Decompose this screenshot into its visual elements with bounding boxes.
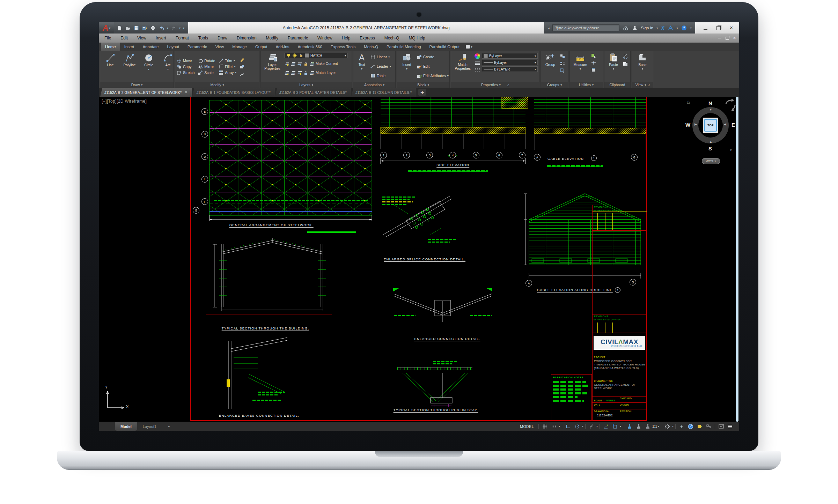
menu-item-5[interactable]: Tools xyxy=(198,36,208,40)
fillet-button[interactable]: Fillet▾ xyxy=(219,64,236,69)
paste-button[interactable]: Paste▾ xyxy=(606,52,621,71)
exchange-apps-icon[interactable]: X xyxy=(661,25,664,31)
isometric-dropdown-icon[interactable]: ▾ xyxy=(596,425,598,428)
panel-label-clipboard[interactable]: Clipboard xyxy=(604,82,630,88)
viewcube-east[interactable]: E xyxy=(732,122,735,128)
make-current-button[interactable]: Make Current xyxy=(284,60,350,67)
ortho-icon[interactable] xyxy=(564,423,572,430)
erase-icon[interactable] xyxy=(240,57,244,62)
viewcube-south[interactable]: S xyxy=(708,146,712,151)
scale-dropdown-icon[interactable]: ▾ xyxy=(658,425,659,428)
isometric-drafting-icon[interactable] xyxy=(587,423,596,430)
communication-dropdown-icon[interactable]: ▾ xyxy=(677,27,678,30)
ribbon-tab-9[interactable]: Express Tools xyxy=(326,43,360,51)
leader-button[interactable]: Leader▾ xyxy=(370,62,391,70)
ribbon-tab-0[interactable]: Insert xyxy=(120,43,139,51)
circle-button[interactable]: Circle▾ xyxy=(140,52,157,72)
viewcube-home-icon[interactable]: ⌂ xyxy=(687,99,690,105)
ribbon-tab-6[interactable]: Output xyxy=(251,43,272,51)
save-as-icon[interactable] xyxy=(142,25,148,31)
restore-button[interactable] xyxy=(716,26,721,30)
panel-label-view[interactable]: View▾◿ xyxy=(632,82,653,88)
annotation-visibility-icon[interactable] xyxy=(625,423,633,430)
annotation-monitor-icon[interactable]: + xyxy=(677,423,686,430)
lineweight-combobox[interactable]: ByLayer▾ xyxy=(482,60,538,65)
file-tab-2[interactable]: J1152A-B-1 FOUNDATION BASES LAYOUT* xyxy=(192,88,275,97)
panel-label-draw[interactable]: Draw▾ xyxy=(100,82,174,88)
customization-menu-icon[interactable] xyxy=(726,423,734,430)
stretch-button[interactable]: Stretch xyxy=(177,70,194,75)
menu-item-7[interactable]: Dimension xyxy=(237,36,257,40)
panel-label-block[interactable]: Block▾ xyxy=(397,82,449,88)
layer-combobox[interactable]: HATCH ▾ xyxy=(284,53,348,58)
viewcube-top-face[interactable]: TOP xyxy=(704,119,717,132)
group-select-icon[interactable] xyxy=(560,68,565,73)
doc-minimize-icon[interactable] xyxy=(718,38,721,38)
menu-item-3[interactable]: Insert xyxy=(156,36,166,40)
move-button[interactable]: Move xyxy=(177,58,194,63)
plot-icon[interactable] xyxy=(150,25,156,31)
model-tab[interactable]: Model xyxy=(115,422,137,431)
file-tab-1[interactable]: J1152A-B-2 GENERA...ENT OF STEELWORK*✕ xyxy=(100,88,192,97)
workspace-dropdown-icon[interactable]: ▾ xyxy=(672,425,674,428)
fullscreen-icon[interactable] xyxy=(717,423,725,430)
redo-dropdown-icon[interactable]: ▾ xyxy=(179,27,181,30)
save-icon[interactable] xyxy=(133,25,139,31)
annotation-scale-person-icon[interactable] xyxy=(643,423,652,430)
sign-in-dropdown-icon[interactable]: ▾ xyxy=(656,27,658,30)
linetype-icon[interactable] xyxy=(475,67,480,72)
table-button[interactable]: Table xyxy=(370,72,391,80)
ribbon-tab-12[interactable]: Parabuild Output xyxy=(425,43,464,51)
trim-button[interactable]: Trim▾ xyxy=(219,58,236,63)
file-tab-3[interactable]: J1152A-B-3 PORTAL RAFTER DETAILS* xyxy=(275,88,351,97)
copy-button[interactable]: Copy xyxy=(177,64,194,69)
viewcube-north[interactable]: N xyxy=(708,100,712,106)
linear-dimension-button[interactable]: Linear▾ xyxy=(370,53,391,61)
group-button[interactable]: Group xyxy=(542,52,558,67)
viewcube-face[interactable]: TOP xyxy=(703,118,718,133)
match-layer-button[interactable]: Match Layer xyxy=(284,69,350,76)
create-block-button[interactable]: Create xyxy=(417,53,449,61)
object-snap-tracking-icon[interactable] xyxy=(602,423,610,430)
menu-item-12[interactable]: Express xyxy=(360,36,375,40)
ribbon-tab-7[interactable]: Add-ins xyxy=(271,43,293,51)
redo-icon[interactable] xyxy=(171,25,177,31)
application-menu-button[interactable]: A▾ xyxy=(99,22,114,34)
annotation-autoscale-icon[interactable] xyxy=(634,423,642,430)
layout1-tab[interactable]: Layout1 xyxy=(137,422,162,431)
menu-item-2[interactable]: View xyxy=(137,36,146,40)
group-edit-icon[interactable] xyxy=(560,61,565,66)
menu-item-11[interactable]: Help xyxy=(342,36,351,40)
ribbon-display-options[interactable]: ▾ xyxy=(466,43,472,51)
search-icon[interactable] xyxy=(623,25,628,31)
wcs-dropdown[interactable]: WCS▾ xyxy=(702,158,720,164)
menu-item-10[interactable]: Window xyxy=(317,36,332,40)
ribbon-tab-2[interactable]: Layout xyxy=(163,43,184,51)
lineweight-icon[interactable] xyxy=(475,61,480,66)
new-layout-button[interactable]: ✦ xyxy=(162,422,176,431)
snap-mode-icon[interactable] xyxy=(541,423,549,430)
drawing-canvas[interactable]: [−][Top][2D Wireframe] GENERAL ARRANGEME… xyxy=(99,97,739,422)
arc-button[interactable]: Arc▾ xyxy=(159,52,177,72)
rotate-button[interactable]: Rotate xyxy=(198,58,215,63)
panel-label-layers[interactable]: Layers▾ xyxy=(261,82,352,88)
edit-block-button[interactable]: Edit xyxy=(417,62,449,70)
close-tab-icon[interactable]: ✕ xyxy=(184,90,188,95)
panel-label-annotation[interactable]: Annotation▾ xyxy=(353,82,395,88)
snap-dropdown-icon[interactable]: ▾ xyxy=(559,425,560,428)
model-space-button[interactable]: MODEL xyxy=(517,424,537,429)
ribbon-tab-5[interactable]: Manage xyxy=(228,43,251,51)
menu-item-6[interactable]: Draw xyxy=(218,36,227,40)
qat-customize-icon[interactable]: ▾ xyxy=(183,27,184,30)
menu-item-1[interactable]: Edit xyxy=(120,36,128,40)
ribbon-tab-1[interactable]: Annotate xyxy=(138,43,163,51)
object-snap-icon[interactable] xyxy=(611,423,619,430)
ribbon-tab-3[interactable]: Parametric xyxy=(183,43,211,51)
help-dropdown-icon[interactable]: ▾ xyxy=(690,27,692,30)
ribbon-tab-4[interactable]: View xyxy=(211,43,228,51)
match-properties-button[interactable]: Match Properties xyxy=(453,52,473,71)
communication-center-icon[interactable] xyxy=(668,25,674,31)
menu-item-9[interactable]: Parametric xyxy=(288,36,308,40)
search-input[interactable]: Type a keyword or phrase xyxy=(552,24,619,31)
menu-item-13[interactable]: Mech-Q xyxy=(384,36,399,40)
